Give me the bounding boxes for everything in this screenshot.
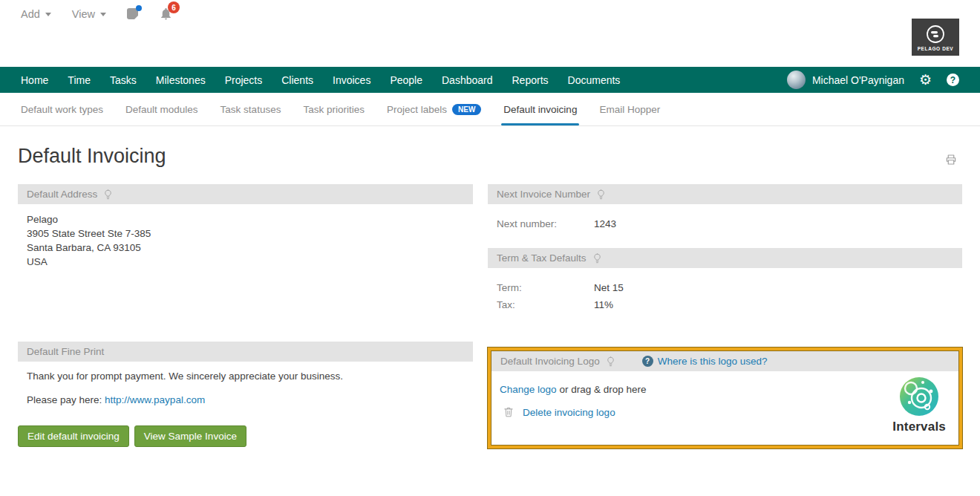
chevron-down-icon xyxy=(100,13,106,16)
change-logo-link[interactable]: Change logo xyxy=(500,384,557,395)
current-invoicing-logo: Intervals xyxy=(892,376,946,434)
default-address-block: Pelago 3905 State Street Ste 7-385 Santa… xyxy=(18,204,473,269)
nav-item-clients[interactable]: Clients xyxy=(281,74,313,86)
notes-button[interactable] xyxy=(127,8,138,19)
nav-item-home[interactable]: Home xyxy=(21,74,48,86)
help-icon[interactable]: ? xyxy=(947,74,959,86)
question-circle-icon: ? xyxy=(642,356,653,367)
chevron-down-icon xyxy=(45,13,51,16)
where-logo-used[interactable]: ? Where is this logo used? xyxy=(642,356,768,367)
notification-count-badge: 6 xyxy=(168,1,180,13)
tab-task-statuses[interactable]: Task statuses xyxy=(220,93,281,125)
settings-subnav: Default work types Default modules Task … xyxy=(0,93,980,126)
next-invoice-number-block: Next number: 1243 xyxy=(488,204,962,248)
fine-print-line2-prefix: Please pay here: xyxy=(27,394,105,405)
nav-item-reports[interactable]: Reports xyxy=(512,74,549,86)
tab-email-hopper[interactable]: Email Hopper xyxy=(599,93,660,125)
paypal-link[interactable]: http://www.paypal.com xyxy=(105,394,205,405)
term-tax-block: Term: Net 15 Tax: 11% xyxy=(488,268,962,329)
change-logo-row: Change logo or drag & drop here xyxy=(500,384,950,395)
drag-drop-hint: or drag & drop here xyxy=(557,384,647,395)
company-logo: PELAGO DEV xyxy=(912,19,959,56)
nav-item-milestones[interactable]: Milestones xyxy=(156,74,206,86)
lightbulb-icon[interactable] xyxy=(606,356,615,368)
main-nav: Home Time Tasks Milestones Projects Clie… xyxy=(0,67,980,93)
view-menu[interactable]: View xyxy=(72,8,106,20)
edit-default-invoicing-button[interactable]: Edit default invoicing xyxy=(18,425,129,447)
new-badge: NEW xyxy=(452,104,481,115)
top-utility-bar: Add View 6 PELAGO DEV xyxy=(0,0,980,67)
section-title: Default Address xyxy=(27,189,97,200)
next-number-value: 1243 xyxy=(594,215,616,232)
address-line: 3905 State Street Ste 7-385 xyxy=(27,226,464,241)
nav-item-time[interactable]: Time xyxy=(68,74,91,86)
lightbulb-icon[interactable] xyxy=(103,189,113,200)
section-header-next-invoice-number: Next Invoice Number xyxy=(488,184,962,204)
trash-icon xyxy=(503,406,514,418)
print-button[interactable] xyxy=(944,153,958,169)
section-header-invoicing-logo: Default Invoicing Logo ? Where is this l… xyxy=(491,351,958,371)
term-label: Term: xyxy=(497,279,594,296)
tab-default-modules[interactable]: Default modules xyxy=(125,93,198,125)
page-title: Default Invoicing xyxy=(18,144,962,168)
default-invoicing-logo-section: Default Invoicing Logo ? Where is this l… xyxy=(488,347,962,448)
address-line: Pelago xyxy=(27,212,464,226)
address-line: USA xyxy=(27,255,464,269)
brand-title: PELAGO DEV xyxy=(918,46,954,51)
nav-item-people[interactable]: People xyxy=(390,74,422,86)
next-number-label: Next number: xyxy=(497,215,594,232)
user-name: Michael O'Paynigan xyxy=(812,74,904,86)
pelago-logo-icon xyxy=(925,24,946,45)
lightbulb-icon[interactable] xyxy=(596,189,606,200)
printer-icon xyxy=(944,153,958,166)
view-sample-invoice-button[interactable]: View Sample Invoice xyxy=(134,425,246,447)
section-title: Next Invoice Number xyxy=(497,189,590,200)
tab-default-work-types[interactable]: Default work types xyxy=(21,93,103,125)
tax-value: 11% xyxy=(594,296,613,313)
nav-item-invoices[interactable]: Invoices xyxy=(333,74,370,86)
section-header-term-tax: Term & Tax Defaults xyxy=(488,248,962,268)
section-header-fine-print: Default Fine Print xyxy=(18,342,473,362)
tab-task-priorities[interactable]: Task priorities xyxy=(303,93,365,125)
view-menu-label: View xyxy=(72,8,95,20)
settings-gear-icon[interactable]: ⚙ xyxy=(919,73,932,87)
notifications-button[interactable]: 6 xyxy=(159,7,173,21)
section-header-default-address: Default Address xyxy=(18,184,473,204)
intervals-logo-text: Intervals xyxy=(892,420,946,434)
delete-logo-row[interactable]: Delete invoicing logo xyxy=(500,406,950,418)
lightbulb-icon[interactable] xyxy=(592,252,602,264)
add-menu-label: Add xyxy=(21,8,40,20)
invoicing-logo-content: Change logo or drag & drop here Delete i… xyxy=(491,372,959,431)
section-title: Default Fine Print xyxy=(27,346,104,357)
where-logo-used-link[interactable]: Where is this logo used? xyxy=(658,356,768,367)
intervals-logo-icon xyxy=(898,376,940,417)
tab-project-labels[interactable]: Project labels NEW xyxy=(387,93,481,125)
user-menu[interactable]: Michael O'Paynigan xyxy=(787,71,904,89)
delete-logo-link[interactable]: Delete invoicing logo xyxy=(523,407,615,418)
term-value: Net 15 xyxy=(594,279,624,296)
address-line: Santa Barbara, CA 93105 xyxy=(27,241,464,255)
page-content: Default Invoicing Default Address Pelago… xyxy=(0,144,980,448)
section-title: Default Invoicing Logo xyxy=(500,356,600,367)
fine-print-block: Thank you for prompt payment. We sincere… xyxy=(18,362,473,405)
nav-item-projects[interactable]: Projects xyxy=(225,74,263,86)
tab-default-invoicing[interactable]: Default invoicing xyxy=(503,93,577,125)
section-title: Term & Tax Defaults xyxy=(497,252,587,264)
nav-item-documents[interactable]: Documents xyxy=(568,74,621,86)
avatar xyxy=(787,71,806,89)
fine-print-line1: Thank you for prompt payment. We sincere… xyxy=(27,371,464,382)
tab-project-labels-label: Project labels xyxy=(387,104,447,115)
add-menu[interactable]: Add xyxy=(21,8,51,20)
nav-item-dashboard[interactable]: Dashboard xyxy=(442,74,493,86)
unread-dot xyxy=(136,5,142,11)
tax-label: Tax: xyxy=(497,296,594,313)
nav-item-tasks[interactable]: Tasks xyxy=(110,74,137,86)
